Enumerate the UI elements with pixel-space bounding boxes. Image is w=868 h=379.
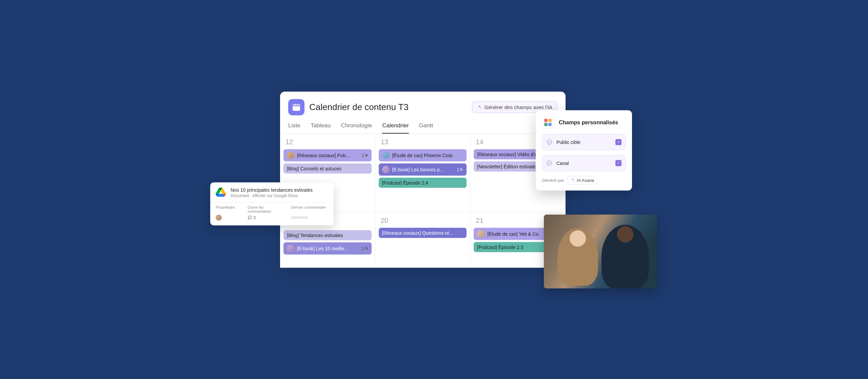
subtask-icon	[460, 168, 463, 171]
task-title: [Podcast] Épisode 2.4	[382, 180, 463, 185]
tab-timeline[interactable]: Chronologie	[341, 119, 372, 133]
tab-calendar[interactable]: Calendrier	[382, 119, 409, 133]
chevron-circle-icon	[546, 139, 552, 145]
task-pill[interactable]: [E-book] Les 10 meille… 1	[283, 242, 372, 254]
view-tabs: Liste Tableau Chronologie Calendrier Gan…	[280, 119, 566, 134]
tab-list[interactable]: Liste	[288, 119, 300, 133]
task-pill[interactable]: [Réseaux sociaux] Questions-ré…	[379, 228, 467, 238]
tab-gantt[interactable]: Gantt	[419, 119, 433, 133]
comment-count[interactable]: 3	[248, 214, 288, 220]
owner-column-header: Propriétaire	[216, 205, 244, 213]
sparkle-icon	[571, 178, 575, 182]
task-pill[interactable]: [Blog] Conseils et astuces	[283, 163, 372, 173]
custom-field-row[interactable]: Public cible ✓	[542, 134, 626, 150]
project-window: Calendrier de contenu T3 Générer des cha…	[280, 91, 566, 268]
drive-doc-title: Nos 10 principales tendances estivales	[231, 187, 313, 192]
custom-field-row[interactable]: Canal ✓	[542, 155, 626, 171]
day-number: 20	[381, 216, 467, 224]
owner-avatar	[216, 214, 222, 220]
avatar	[382, 151, 390, 159]
task-pill[interactable]: [Réseaux sociaux] Pub… 1	[283, 149, 372, 161]
ai-button-label: Générer des champs avec l'IA	[485, 104, 552, 110]
subtask-count: 1	[362, 246, 368, 251]
drive-doc-subtitle: Document · Afficher sur Google Drive	[231, 193, 313, 198]
field-name: Public cible	[556, 139, 611, 145]
generated-by-label: Généré par	[542, 177, 564, 183]
chevron-circle-icon	[546, 160, 552, 166]
comments-column-header: Ouvrir les commentaires	[248, 205, 288, 213]
google-drive-icon	[216, 187, 226, 197]
sparkle-icon	[477, 105, 482, 109]
subtask-icon	[365, 247, 368, 250]
task-pill[interactable]: [E-book] Les bonnes p… 1	[379, 163, 467, 175]
task-title: [Étude de cas] Yeti & Co.	[487, 231, 550, 236]
decorative-photo	[544, 214, 657, 288]
avatar	[382, 166, 390, 173]
page-title: Calendrier de contenu T3	[309, 102, 467, 112]
tab-board[interactable]: Tableau	[311, 119, 331, 133]
comment-icon	[248, 215, 252, 220]
avatar	[477, 230, 485, 237]
google-drive-attachment-card[interactable]: Nos 10 principales tendances estivales D…	[210, 182, 334, 225]
avatar	[287, 151, 294, 159]
avatar	[287, 245, 294, 252]
calendar-app-icon	[288, 99, 304, 115]
svg-rect-1	[293, 104, 300, 106]
task-title: [Étude de cas] Phoenix Corp	[392, 152, 463, 158]
subtask-count: 1	[457, 167, 463, 172]
task-title: [Blog] Conseils et astuces	[287, 166, 368, 171]
subtask-count: 1	[362, 153, 368, 157]
task-title: [E-book] Les 10 meille…	[297, 246, 359, 251]
task-pill[interactable]: [Blog] Tendances estivales	[283, 230, 372, 240]
task-pill[interactable]: [Podcast] Épisode 2.4	[379, 177, 467, 188]
subtask-icon	[365, 153, 368, 157]
field-name: Canal	[556, 160, 611, 166]
skeleton-placeholder	[291, 216, 308, 219]
last-comment-column-header: Dernier commentaire	[291, 205, 328, 213]
custom-fields-panel: Champs personnalisés Public cible ✓ Cana…	[536, 110, 632, 190]
calendar-cell[interactable]: 20 [Réseaux sociaux] Questions-ré…	[375, 212, 471, 268]
day-number: 13	[381, 138, 467, 146]
svg-point-4	[547, 140, 552, 144]
custom-fields-title: Champs personnalisés	[559, 119, 618, 125]
calendar-cell[interactable]: 13 [Étude de cas] Phoenix Corp [E-book] …	[375, 134, 471, 212]
ia-chip-label: IA Asana	[577, 177, 594, 183]
task-title: [Réseaux sociaux] Pub…	[297, 152, 359, 158]
checkbox-checked-icon[interactable]: ✓	[615, 139, 622, 145]
task-title: [Réseaux sociaux] Questions-ré…	[382, 230, 463, 235]
task-title: [E-book] Les bonnes p…	[392, 167, 454, 172]
ia-asana-chip[interactable]: IA Asana	[567, 176, 598, 184]
day-number: 12	[285, 138, 372, 146]
svg-point-5	[547, 161, 552, 165]
task-title: [Blog] Tendances estivales	[287, 232, 368, 238]
checkbox-checked-icon[interactable]: ✓	[615, 160, 622, 166]
task-pill[interactable]: [Étude de cas] Phoenix Corp	[379, 149, 467, 161]
window-header: Calendrier de contenu T3 Générer des cha…	[280, 91, 566, 119]
custom-fields-icon	[542, 116, 554, 128]
